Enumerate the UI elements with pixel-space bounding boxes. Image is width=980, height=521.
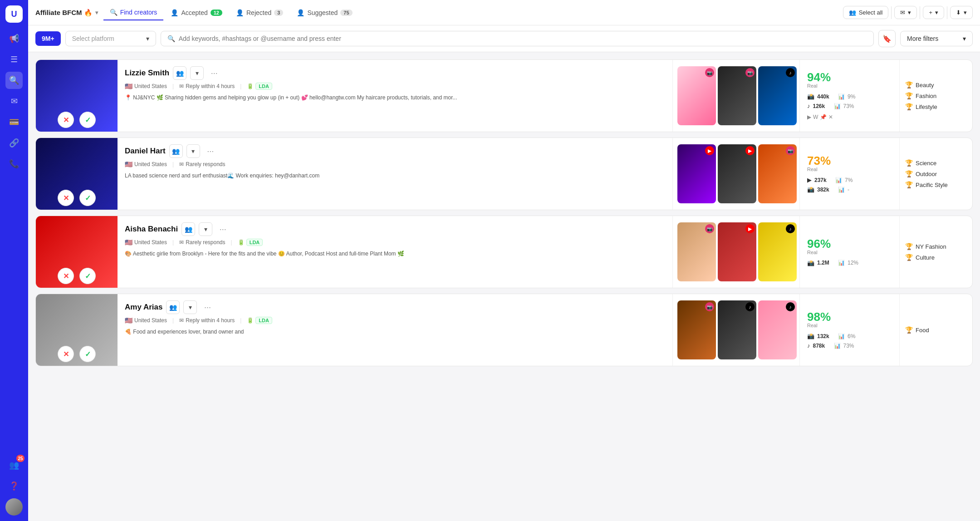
reject-button[interactable]: ✕ — [58, 112, 74, 128]
platform-icon: ▶ — [807, 177, 812, 183]
more-filters-label: More filters — [907, 35, 938, 42]
creator-media: 📷 ♪ ♪ — [673, 294, 800, 366]
tab-rejected[interactable]: 👤 Rejected 3 — [230, 5, 289, 20]
media-thumbnail[interactable]: ♪ — [758, 300, 797, 359]
creator-expand-button[interactable]: ▾ — [190, 66, 204, 80]
creator-expand-button[interactable]: ▾ — [183, 300, 197, 314]
creator-more-button[interactable]: ··· — [204, 144, 217, 158]
media-platform-badge: ▶ — [745, 224, 755, 233]
media-thumbnail[interactable]: ♪ — [718, 300, 756, 359]
separator: | — [240, 83, 241, 89]
trophy-icon: 🏆 — [905, 92, 913, 99]
media-platform-badge: ▶ — [745, 146, 755, 155]
media-thumbnail[interactable]: 📷 — [758, 144, 797, 203]
nav-tabs: 🔍 Find creators 👤 Accepted 12 👤 Rejected… — [103, 5, 359, 20]
media-thumbnail[interactable]: ♪ — [758, 66, 797, 125]
media-thumbnail[interactable]: 📷 — [718, 66, 756, 125]
sidebar-icon-megaphone[interactable]: 📢 — [5, 30, 23, 47]
reject-button[interactable]: ✕ — [58, 190, 74, 206]
app-logo[interactable]: U — [5, 5, 23, 23]
reject-button[interactable]: ✕ — [58, 268, 74, 284]
platform-filter[interactable]: Select platform ▾ — [65, 31, 156, 46]
suggested-icon: 👤 — [297, 9, 304, 16]
select-all-button[interactable]: 👥 Select all — [843, 6, 889, 19]
media-platform-badge: 📷 — [745, 68, 755, 77]
flag-icon: 🇺🇸 — [125, 161, 132, 168]
divider-1 — [891, 6, 892, 19]
creator-stats: 98% real 📸 132k 📊 6% ♪ 878k 📊 73% — [800, 294, 900, 366]
sidebar-icon-list[interactable]: ☰ — [5, 51, 23, 68]
tag-item: 🏆 Pacific Style — [905, 181, 967, 188]
download-button[interactable]: ⬇ ▾ — [950, 6, 973, 19]
add-button[interactable]: + ▾ — [923, 6, 944, 19]
tab-find-creators[interactable]: 🔍 Find creators — [103, 5, 164, 20]
media-thumbnail[interactable]: ▶ — [718, 222, 756, 281]
creator-group-button[interactable]: 👥 — [166, 300, 180, 314]
stat-engagement: 12% — [848, 260, 858, 266]
accepted-badge: 12 — [211, 10, 222, 16]
more-filters-button[interactable]: More filters ▾ — [900, 31, 973, 46]
campaign-chevron-icon[interactable]: ▾ — [95, 10, 98, 16]
search-bar[interactable]: 🔍 — [161, 31, 874, 46]
sidebar-icon-link[interactable]: 🔗 — [5, 134, 23, 152]
bookmark-button[interactable]: 🔖 — [878, 30, 896, 47]
media-thumbnail[interactable]: 📷 — [677, 66, 716, 125]
select-all-label: Select all — [859, 9, 883, 16]
tag-label: NY Fashion — [916, 243, 946, 250]
media-thumbnail[interactable]: ▶ — [677, 144, 716, 203]
media-platform-badge: 📷 — [705, 224, 714, 233]
trophy-icon: 🏆 — [905, 81, 913, 88]
country-label: United States — [134, 239, 167, 246]
accept-button[interactable]: ✓ — [79, 112, 96, 128]
tag-label: Food — [916, 327, 929, 334]
media-thumbnail[interactable]: 📷 — [677, 300, 716, 359]
tag-label: Outdoor — [916, 171, 937, 177]
rejected-icon: 👤 — [236, 9, 244, 16]
user-avatar[interactable] — [5, 498, 23, 516]
real-score: 73% — [807, 155, 892, 167]
creator-stats: 73% real ▶ 237k 📊 7% 📸 382k 📊 - — [800, 138, 900, 210]
creator-group-button[interactable]: 👥 — [169, 144, 183, 158]
sidebar-icon-card[interactable]: 💳 — [5, 113, 23, 131]
separator: | — [231, 239, 232, 246]
tag-label: Science — [916, 160, 936, 167]
accept-button[interactable]: ✓ — [79, 190, 96, 206]
download-chevron-icon: ▾ — [964, 9, 967, 16]
tag-label: Culture — [916, 254, 935, 261]
creator-expand-button[interactable]: ▾ — [199, 222, 212, 236]
sidebar-icon-mail[interactable]: ✉ — [5, 93, 23, 110]
campaign-title[interactable]: Affiliate BFCM 🔥 ▾ — [35, 9, 98, 17]
add-icon: + — [929, 9, 932, 16]
creator-card: ✕ ✓ Aisha Benachi 👥 ▾ ··· 🇺🇸 United Stat… — [35, 216, 973, 288]
platform-icon: 📸 — [807, 260, 814, 266]
creator-group-button[interactable]: 👥 — [181, 222, 195, 236]
creator-group-button[interactable]: 👥 — [173, 66, 186, 80]
bookmark-icon: 🔖 — [882, 34, 892, 43]
trophy-icon: 🏆 — [905, 254, 913, 261]
message-button[interactable]: ✉ ▾ — [894, 6, 917, 19]
media-thumbnail[interactable]: 📷 — [677, 222, 716, 281]
search-input[interactable] — [179, 35, 867, 42]
creator-more-button[interactable]: ··· — [201, 300, 214, 314]
creator-info: Lizzie Smith 👥 ▾ ··· 🇺🇸 United States | … — [118, 60, 673, 132]
media-thumbnail[interactable]: ♪ — [758, 222, 797, 281]
stat-engagement: - — [848, 187, 849, 193]
stat-row: ▶ 237k 📊 7% — [807, 177, 892, 183]
creator-more-button[interactable]: ··· — [216, 222, 230, 236]
tab-find-creators-label: Find creators — [120, 9, 157, 16]
accept-button[interactable]: ✓ — [79, 268, 96, 284]
creator-expand-button[interactable]: ▾ — [186, 144, 200, 158]
card-actions: ✕ ✓ — [36, 346, 118, 362]
platform-icon: 📸 — [807, 93, 814, 100]
sidebar-icon-help[interactable]: ❓ — [5, 477, 23, 495]
media-thumbnail[interactable]: ▶ — [718, 144, 756, 203]
sidebar-icon-phone[interactable]: 📞 — [5, 155, 23, 172]
accept-button[interactable]: ✓ — [79, 346, 96, 362]
tab-suggested[interactable]: 👤 Suggested 75 — [290, 5, 358, 20]
creator-more-button[interactable]: ··· — [207, 66, 221, 80]
sidebar-icon-search[interactable]: 🔍 — [5, 72, 23, 89]
reject-button[interactable]: ✕ — [58, 346, 74, 362]
top-navigation: Affiliate BFCM 🔥 ▾ 🔍 Find creators 👤 Acc… — [28, 0, 980, 25]
stat-row: ♪ 878k 📊 73% — [807, 342, 892, 349]
tab-accepted[interactable]: 👤 Accepted 12 — [164, 5, 229, 20]
